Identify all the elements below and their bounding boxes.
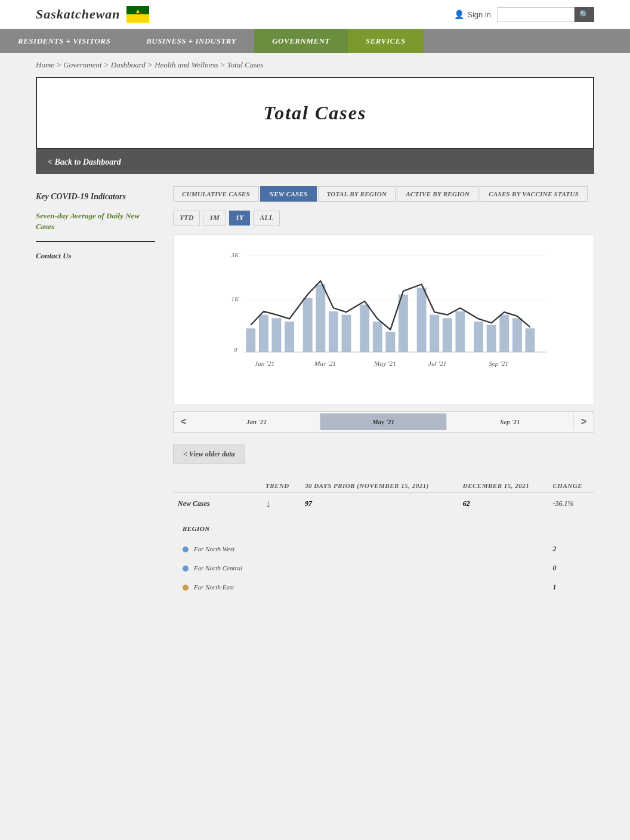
- tab-cumulative-cases[interactable]: Cumulative Cases: [173, 186, 259, 202]
- region-fne-dot: [183, 585, 189, 591]
- svg-rect-17: [360, 305, 369, 353]
- scroll-may[interactable]: May '21: [320, 413, 447, 430]
- svg-rect-9: [246, 328, 255, 352]
- tab-active-by-region[interactable]: Active by Region: [397, 186, 478, 202]
- region-fne-trend: [261, 578, 300, 597]
- logo-wordmark: Saskatchewan: [36, 7, 121, 21]
- time-range-buttons: YTD 1M 1Y ALL: [173, 211, 594, 226]
- svg-text:May '21: May '21: [373, 360, 396, 367]
- svg-rect-1: [126, 14, 149, 23]
- content-area: Key COVID-19 Indicators Seven-day Averag…: [36, 186, 594, 597]
- svg-text:0: 0: [234, 346, 237, 353]
- chart-scrollbar[interactable]: < Jan '21 May '21 Sep '21 >: [173, 411, 594, 433]
- svg-rect-27: [499, 315, 509, 353]
- region-fnw-name: Far North West: [173, 540, 261, 559]
- time-1m[interactable]: 1M: [203, 211, 226, 226]
- logo-area: Saskatchewan: [36, 6, 149, 23]
- region-label: Region: [178, 520, 589, 535]
- svg-text:Jan '21: Jan '21: [255, 360, 274, 367]
- svg-rect-16: [342, 315, 351, 353]
- back-bar: < Back to Dashboard: [36, 149, 594, 174]
- nav-government[interactable]: Government: [254, 29, 348, 53]
- svg-rect-23: [443, 318, 452, 352]
- region-row-fnc: Far North Central 0: [173, 559, 594, 578]
- sign-in-label: Sign in: [467, 10, 491, 19]
- nav-business[interactable]: Business + Industry: [128, 29, 254, 53]
- region-fne-label: Far North East: [194, 583, 234, 591]
- sidebar-contact[interactable]: Contact Us: [36, 251, 155, 261]
- nav-residents[interactable]: Residents + Visitors: [0, 29, 128, 53]
- region-fnc-name: Far North Central: [173, 559, 261, 578]
- region-fnc-val: 0: [548, 559, 594, 578]
- main-content: Total Cases < Back to Dashboard Key COVI…: [0, 77, 630, 620]
- region-fnc-dot: [183, 566, 189, 572]
- scroll-sep[interactable]: Sep '21: [447, 413, 573, 430]
- new-cases-30day: 97: [300, 493, 458, 515]
- sidebar: Key COVID-19 Indicators Seven-day Averag…: [36, 186, 155, 597]
- tab-vaccine-status[interactable]: Cases by Vaccine Status: [480, 186, 588, 202]
- svg-rect-12: [285, 322, 294, 352]
- region-fnw-dot: [183, 546, 189, 552]
- view-older-button[interactable]: < View older data: [173, 444, 245, 464]
- tab-new-cases[interactable]: New Cases: [260, 186, 317, 202]
- sign-in-button[interactable]: 👤 Sign in: [454, 10, 491, 19]
- logo-text: Saskatchewan: [36, 7, 121, 22]
- region-row-fne: Far North East 1: [173, 578, 594, 597]
- chart-svg: 3K 1K 0: [180, 247, 588, 396]
- svg-rect-25: [474, 322, 483, 352]
- svg-rect-18: [373, 322, 382, 352]
- time-ytd[interactable]: YTD: [173, 211, 200, 226]
- time-1y[interactable]: 1Y: [229, 211, 250, 226]
- scroll-right-arrow[interactable]: >: [574, 412, 594, 432]
- svg-rect-28: [512, 318, 522, 352]
- region-fnw-trend: [261, 540, 300, 559]
- svg-rect-13: [303, 298, 313, 352]
- col-label-header: [173, 479, 261, 493]
- main-nav: Residents + Visitors Business + Industry…: [0, 29, 630, 53]
- col-trend-header: Trend: [261, 479, 300, 493]
- region-fnw-dec15: [458, 540, 548, 559]
- region-fne-val: 1: [548, 578, 594, 597]
- svg-rect-11: [272, 318, 282, 352]
- region-fne-dec15: [458, 578, 548, 597]
- col-30days-header: 30 Days Prior (November 15, 2021): [300, 479, 458, 493]
- svg-text:Jul '21: Jul '21: [428, 360, 447, 367]
- sidebar-divider: [36, 241, 155, 242]
- svg-text:Sep '21: Sep '21: [489, 360, 508, 367]
- breadcrumb-text: Home > Government > Dashboard > Health a…: [36, 60, 263, 69]
- back-to-dashboard-link[interactable]: < Back to Dashboard: [48, 158, 121, 166]
- title-box: Total Cases: [36, 77, 594, 149]
- region-fnc-30day: [300, 559, 458, 578]
- table-row-new-cases: New Cases ↓ 97 62 -36.1%: [173, 493, 594, 515]
- svg-rect-15: [329, 311, 338, 352]
- svg-rect-10: [259, 315, 268, 353]
- new-cases-label: New Cases: [173, 493, 261, 515]
- new-cases-dec15: 62: [458, 493, 548, 515]
- region-fnw-label: Far North West: [194, 545, 234, 552]
- data-table: Trend 30 Days Prior (November 15, 2021) …: [173, 479, 594, 597]
- sidebar-new-cases-link[interactable]: Seven-day Average of Daily New Cases: [36, 211, 155, 232]
- svg-rect-14: [316, 285, 325, 353]
- col-dec15-header: December 15, 2021: [458, 479, 548, 493]
- svg-text:3K: 3K: [230, 251, 240, 258]
- user-icon: 👤: [454, 10, 464, 19]
- scroll-jan[interactable]: Jan '21: [193, 413, 320, 430]
- trend-down-icon: ↓: [265, 498, 271, 509]
- header: Saskatchewan 👤 Sign in 🔍: [0, 0, 630, 29]
- svg-text:1K: 1K: [231, 295, 240, 302]
- region-fnw-30day: [300, 540, 458, 559]
- search-button[interactable]: 🔍: [575, 7, 594, 22]
- svg-rect-29: [526, 328, 535, 352]
- svg-text:Mar '21: Mar '21: [314, 360, 336, 367]
- svg-rect-21: [417, 288, 427, 352]
- header-right: 👤 Sign in 🔍: [454, 7, 594, 22]
- tab-total-by-region[interactable]: Total by Region: [318, 186, 396, 202]
- region-header-row: Region: [173, 515, 594, 540]
- svg-rect-24: [455, 311, 465, 352]
- svg-rect-19: [385, 332, 395, 352]
- region-fnw-val: 2: [548, 540, 594, 559]
- nav-services[interactable]: Services: [348, 29, 424, 53]
- time-all[interactable]: ALL: [253, 211, 280, 226]
- scroll-left-arrow[interactable]: <: [174, 412, 193, 432]
- search-input[interactable]: [497, 7, 575, 22]
